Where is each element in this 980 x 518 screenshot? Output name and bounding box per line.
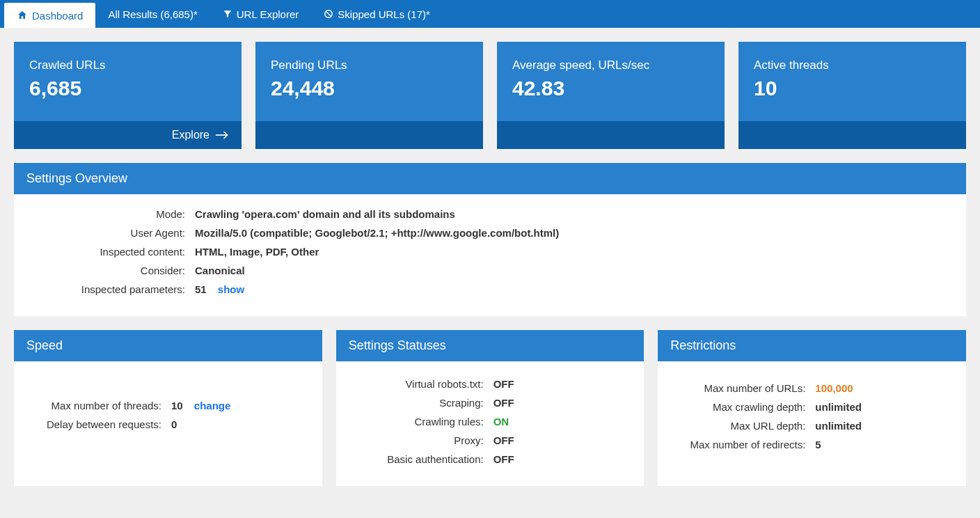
panel-title: Settings Overview xyxy=(14,163,966,194)
card-title: Crawled URLs xyxy=(29,58,226,72)
kv-value-scraping: OFF xyxy=(493,397,514,409)
kv-value-robots: OFF xyxy=(493,378,514,390)
kv-label-max-redirects: Max number of redirects: xyxy=(669,439,815,450)
card-value: 42.83 xyxy=(512,77,709,100)
home-icon xyxy=(17,10,28,21)
card-value: 10 xyxy=(754,77,951,100)
kv-value-inspected-content: HTML, Image, PDF, Other xyxy=(195,246,319,258)
ban-icon xyxy=(324,9,333,19)
kv-value-max-redirects: 5 xyxy=(815,439,821,450)
card-title: Active threads xyxy=(754,58,951,72)
panel-title: Restrictions xyxy=(658,330,966,361)
kv-value-delay: 0 xyxy=(171,418,177,430)
card-pending-urls: Pending URLs 24,448 xyxy=(255,42,483,149)
kv-label-crawl-depth: Max crawling depth: xyxy=(669,401,815,413)
tab-label: All Results (6,685)* xyxy=(108,8,197,20)
kv-label-user-agent: User Agent: xyxy=(28,227,195,239)
stat-cards-row: Crawled URLs 6,685 Explore Pending URLs … xyxy=(14,42,966,149)
kv-value-crawling-rules: ON xyxy=(493,416,509,427)
kv-label-crawling-rules: Crawling rules: xyxy=(347,416,493,427)
card-value: 6,685 xyxy=(29,77,226,100)
show-params-link[interactable]: show xyxy=(218,283,244,295)
kv-value-basic-auth: OFF xyxy=(493,453,514,465)
kv-label-consider: Consider: xyxy=(28,265,195,276)
speed-panel: Speed Max number of threads: 10 change D… xyxy=(14,330,322,486)
kv-label-url-depth: Max URL depth: xyxy=(669,420,815,432)
card-active-threads: Active threads 10 xyxy=(738,42,966,149)
restrictions-panel: Restrictions Max number of URLs: 100,000… xyxy=(658,330,966,486)
kv-label-mode: Mode: xyxy=(28,208,195,220)
card-crawled-urls: Crawled URLs 6,685 Explore xyxy=(14,42,242,149)
settings-overview-panel: Settings Overview Mode: Crawling 'opera.… xyxy=(14,163,966,316)
kv-value-crawl-depth: unlimited xyxy=(815,401,862,413)
kv-value-consider: Canonical xyxy=(195,265,245,276)
card-value: 24,448 xyxy=(271,77,468,100)
filter-icon xyxy=(223,9,232,19)
tab-label: URL Explorer xyxy=(237,8,299,20)
kv-value-max-urls: 100,000 xyxy=(815,382,853,394)
kv-label-inspected-content: Inspected content: xyxy=(28,246,195,258)
explore-label: Explore xyxy=(172,129,210,141)
kv-value-inspected-params: 51 show xyxy=(195,283,244,295)
tab-label: Dashboard xyxy=(32,10,83,22)
params-count: 51 xyxy=(195,283,207,295)
kv-label-robots: Virtual robots.txt: xyxy=(347,378,493,390)
kv-label-proxy: Proxy: xyxy=(347,434,493,446)
kv-label-inspected-params: Inspected parameters: xyxy=(28,283,195,295)
card-footer-empty xyxy=(738,121,966,149)
explore-button[interactable]: Explore xyxy=(14,121,242,149)
tab-label: Skipped URLs (17)* xyxy=(338,8,430,20)
card-footer-empty xyxy=(497,121,725,149)
kv-label-max-threads: Max number of threads: xyxy=(25,400,171,411)
kv-label-scraping: Scraping: xyxy=(347,397,493,409)
kv-value-mode: Crawling 'opera.com' domain and all its … xyxy=(195,208,455,220)
panel-title: Settings Statuses xyxy=(336,330,645,361)
tab-skipped-urls[interactable]: Skipped URLs (17)* xyxy=(311,0,443,28)
kv-label-basic-auth: Basic authentication: xyxy=(347,453,493,465)
card-avg-speed: Average speed, URLs/sec 42.83 xyxy=(497,42,725,149)
tab-dashboard[interactable]: Dashboard xyxy=(4,3,95,28)
kv-label-max-urls: Max number of URLs: xyxy=(669,382,815,394)
tab-all-results[interactable]: All Results (6,685)* xyxy=(95,0,210,28)
svg-line-1 xyxy=(326,12,331,17)
card-title: Average speed, URLs/sec xyxy=(512,58,709,72)
kv-value-user-agent: Mozilla/5.0 (compatible; Googlebot/2.1; … xyxy=(195,227,559,239)
kv-value-proxy: OFF xyxy=(493,434,514,446)
change-threads-link[interactable]: change xyxy=(194,400,231,411)
lower-panels-row: Speed Max number of threads: 10 change D… xyxy=(14,330,966,500)
settings-statuses-panel: Settings Statuses Virtual robots.txt: OF… xyxy=(336,330,645,486)
arrow-right-icon xyxy=(215,130,229,140)
panel-title: Speed xyxy=(14,330,322,361)
tab-bar: Dashboard All Results (6,685)* URL Explo… xyxy=(0,0,980,28)
kv-value-url-depth: unlimited xyxy=(815,420,862,432)
kv-label-delay: Delay between requests: xyxy=(25,418,171,430)
content-area: Crawled URLs 6,685 Explore Pending URLs … xyxy=(0,28,980,514)
tab-url-explorer[interactable]: URL Explorer xyxy=(210,0,311,28)
threads-value: 10 xyxy=(171,400,183,411)
kv-value-max-threads: 10 change xyxy=(171,400,230,411)
card-title: Pending URLs xyxy=(271,58,468,72)
card-footer-empty xyxy=(255,121,483,149)
